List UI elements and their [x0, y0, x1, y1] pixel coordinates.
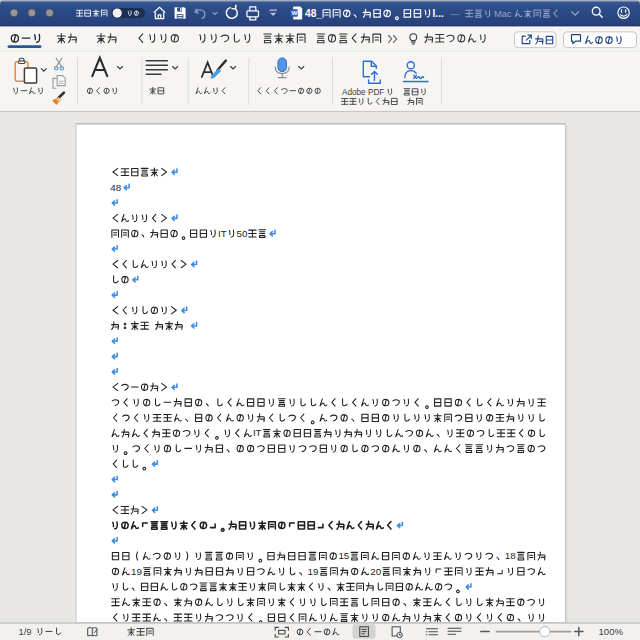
svg-text:50: 50 — [237, 228, 248, 239]
svg-text:Mac: Mac — [494, 8, 512, 19]
svg-text:—: — — [450, 8, 460, 19]
svg-text:W: W — [292, 9, 298, 16]
svg-text:19: 19 — [308, 566, 319, 577]
svg-text:20: 20 — [370, 566, 381, 577]
svg-text:100%: 100% — [599, 626, 624, 637]
svg-text:48: 48 — [110, 182, 121, 193]
svg-text:IT: IT — [253, 427, 262, 438]
svg-text:48_: 48_ — [305, 8, 322, 19]
svg-text:I...: I... — [433, 8, 444, 19]
svg-text:18: 18 — [505, 550, 516, 561]
svg-text:19: 19 — [131, 566, 142, 577]
svg-text:15: 15 — [338, 550, 349, 561]
svg-text:Adobe PDF: Adobe PDF — [342, 88, 384, 97]
svg-text:1/9: 1/9 — [19, 627, 32, 637]
svg-text:IT: IT — [218, 228, 227, 239]
